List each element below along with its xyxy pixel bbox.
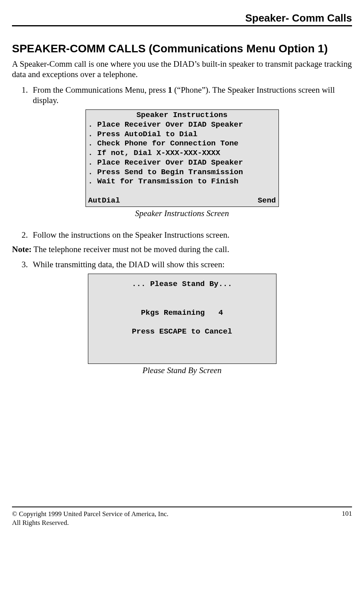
- step-2-text: Follow the instructions on the Speaker I…: [33, 230, 229, 240]
- screen1-autdial-label: AutDial: [88, 196, 120, 206]
- step-3: 3.While transmitting data, the DIAD will…: [12, 259, 352, 270]
- note-text: The telephone receiver must not be moved…: [32, 244, 229, 254]
- step-3-text: While transmitting data, the DIAD will s…: [33, 260, 225, 269]
- screen2-pkgs-line: Pkgs Remaining 4: [88, 308, 276, 318]
- header-rule: [12, 25, 352, 26]
- screen1-caption: Speaker Instructions Screen: [12, 209, 352, 219]
- page-footer: © Copyright 1999 United Parcel Service o…: [12, 510, 352, 527]
- step-1-number: 1.: [22, 85, 33, 95]
- footer-copyright: © Copyright 1999 United Parcel Service o…: [12, 510, 169, 519]
- screen1-line: . Wait for Transmission to Finish: [88, 177, 276, 187]
- screen1-send-label: Send: [258, 196, 276, 206]
- screen1-line: . Press Send to Begin Transmission: [88, 168, 276, 177]
- screen2-pkgs-label: Pkgs Remaining: [141, 308, 205, 317]
- footer-rule: [12, 507, 352, 507]
- stand-by-screen: ... Please Stand By... Pkgs Remaining 4 …: [88, 274, 276, 364]
- step-1-key: 1: [168, 85, 172, 95]
- screen1-title: Speaker Instructions: [88, 111, 276, 120]
- step-1-text-pre: From the Communications Menu, press: [33, 85, 168, 95]
- step-1: 1.From the Communications Menu, press 1 …: [12, 85, 352, 106]
- screen1-line: . Press AutoDial to Dial: [88, 130, 276, 139]
- footer-page-number: 101: [342, 510, 352, 527]
- screen2-caption: Please Stand By Screen: [12, 366, 352, 375]
- speaker-instructions-screen: Speaker Instructions . Place Receiver Ov…: [86, 109, 279, 207]
- intro-paragraph: A Speaker-Comm call is one where you use…: [12, 59, 352, 80]
- screen2-cancel: Press ESCAPE to Cancel: [88, 327, 276, 337]
- screen1-line: . Place Receiver Over DIAD Speaker: [88, 120, 276, 130]
- step-2: 2.Follow the instructions on the Speaker…: [12, 230, 352, 240]
- step-3-number: 3.: [22, 259, 33, 270]
- section-heading: SPEAKER-COMM CALLS (Communications Menu …: [12, 42, 352, 56]
- note-paragraph: Note: The telephone receiver must not be…: [12, 244, 352, 254]
- screen2-pkgs-value: 4: [219, 308, 223, 317]
- screen2-standby: ... Please Stand By...: [88, 280, 276, 289]
- page-header-title: Speaker- Comm Calls: [12, 12, 352, 24]
- screen1-line: . Check Phone for Connection Tone: [88, 139, 276, 149]
- step-2-number: 2.: [22, 230, 33, 240]
- screen1-line: . If not, Dial X-XXX-XXX-XXXX: [88, 149, 276, 158]
- footer-rights: All Rights Reserved.: [12, 519, 169, 527]
- screen1-line: . Place Receiver Over DIAD Speaker: [88, 158, 276, 168]
- note-label: Note:: [12, 244, 32, 254]
